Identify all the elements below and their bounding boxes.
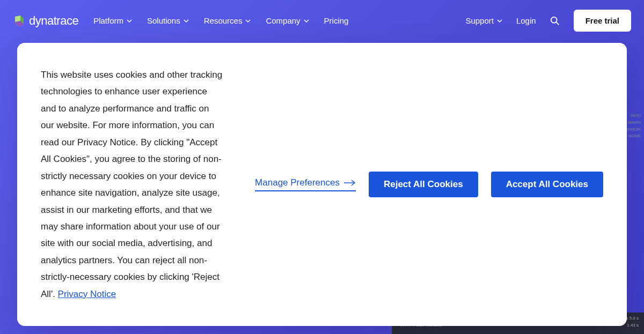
logo-icon	[13, 14, 26, 27]
cookie-body-text: This website uses cookies and other trac…	[41, 70, 222, 299]
reject-all-button[interactable]: Reject All Cookies	[369, 172, 478, 197]
bg-label: NONE	[625, 133, 641, 140]
svg-line-1	[556, 22, 559, 25]
nav-pricing[interactable]: Pricing	[324, 16, 349, 25]
chevron-down-icon	[497, 18, 502, 24]
nav-platform[interactable]: Platform	[93, 16, 132, 25]
site-header: dynatrace Platform Solutions Resources C…	[0, 0, 644, 41]
nav-label: Support	[465, 16, 494, 25]
nav-login[interactable]: Login	[516, 16, 536, 25]
logo[interactable]: dynatrace	[13, 14, 78, 28]
nav-resources[interactable]: Resources	[204, 16, 251, 25]
manage-preferences-link[interactable]: Manage Preferences	[255, 177, 356, 191]
nav-label: Pricing	[324, 16, 349, 25]
nav-solutions[interactable]: Solutions	[147, 16, 189, 25]
nav-label: Login	[516, 16, 536, 25]
bg-row-duration: 1.43 s	[627, 323, 639, 328]
accept-all-button[interactable]: Accept All Cookies	[491, 172, 603, 197]
manage-preferences-label: Manage Preferences	[255, 177, 340, 188]
bg-log-levels: INFO WARN ERROR NONE	[625, 113, 641, 140]
svg-point-0	[551, 17, 557, 23]
chevron-down-icon	[184, 18, 189, 24]
arrow-right-icon	[344, 180, 356, 186]
main-nav: Platform Solutions Resources Company Pri…	[93, 16, 348, 25]
bg-label: WARN	[625, 120, 641, 127]
bg-label: INFO	[625, 113, 641, 120]
nav-company[interactable]: Company	[266, 16, 309, 25]
privacy-notice-link[interactable]: Privacy Notice	[58, 289, 116, 299]
search-icon[interactable]	[550, 16, 560, 26]
nav-label: Platform	[93, 16, 123, 25]
nav-label: Resources	[204, 16, 243, 25]
right-nav: Support Login Free trial	[465, 10, 631, 32]
logo-text: dynatrace	[29, 14, 78, 28]
nav-label: Solutions	[147, 16, 180, 25]
nav-support[interactable]: Support	[465, 16, 502, 25]
cookie-consent-banner: This website uses cookies and other trac…	[17, 43, 627, 326]
chevron-down-icon	[304, 18, 309, 24]
free-trial-button[interactable]: Free trial	[574, 10, 631, 32]
nav-label: Company	[266, 16, 300, 25]
chevron-down-icon	[245, 18, 251, 24]
cookie-description: This website uses cookies and other trac…	[41, 66, 223, 302]
chevron-down-icon	[127, 18, 132, 24]
bg-label: ERROR	[625, 127, 641, 133]
cookie-actions: Manage Preferences Reject All Cookies Ac…	[245, 172, 603, 197]
